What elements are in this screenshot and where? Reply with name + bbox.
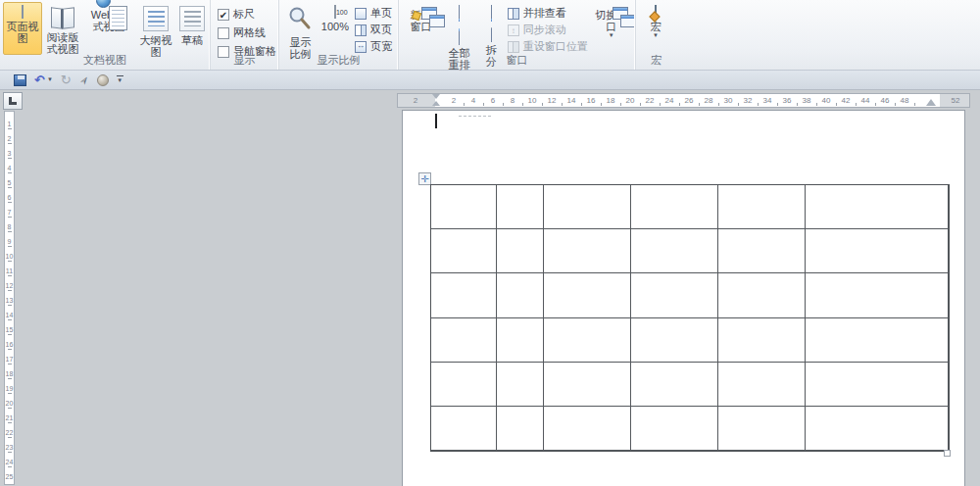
table-cell[interactable]: [806, 363, 949, 407]
select-pointer-button[interactable]: ➢: [79, 73, 89, 88]
table-cell[interactable]: [631, 407, 718, 451]
chevron-down-icon: ▼: [117, 77, 122, 84]
button-arrange-all[interactable]: 全部重排: [440, 2, 478, 55]
table[interactable]: [430, 184, 950, 452]
button-switch-windows[interactable]: 切换窗口 ▼: [591, 2, 632, 55]
ruler-tick: [8, 143, 12, 144]
table-cell[interactable]: [544, 318, 631, 363]
button-reset-window-position[interactable]: 重设窗口位置: [505, 39, 591, 54]
button-page-width[interactable]: 页宽: [352, 39, 395, 54]
table-cell[interactable]: [631, 363, 718, 407]
table-cell[interactable]: [497, 407, 544, 451]
table-cell[interactable]: [718, 229, 806, 273]
ruler-number: 10: [528, 96, 537, 105]
table-cell[interactable]: [544, 185, 631, 229]
table-cell[interactable]: [718, 363, 806, 407]
undo-dropdown-icon[interactable]: ▼: [47, 76, 53, 83]
table-cell[interactable]: [806, 407, 949, 451]
ruler-number: 12: [548, 96, 557, 105]
button-two-pages[interactable]: 双页: [352, 23, 395, 37]
table-cell[interactable]: [544, 407, 631, 451]
button-print-layout-view[interactable]: 页面视图: [3, 2, 42, 55]
checkbox-label: 标尺: [233, 7, 255, 22]
draft-view-icon: [179, 6, 205, 31]
ruler-tick: [777, 103, 778, 106]
table-cell[interactable]: [631, 185, 718, 229]
table-cell[interactable]: [718, 318, 806, 363]
table-cell[interactable]: [631, 318, 718, 363]
ruler-number: 42: [842, 96, 851, 105]
button-macros[interactable]: 宏 ▼: [639, 2, 672, 55]
button-one-page[interactable]: 单页: [352, 6, 395, 21]
table-cell[interactable]: [806, 318, 949, 363]
checkbox-gridlines[interactable]: 网格线: [218, 25, 276, 40]
table-cell[interactable]: [718, 273, 806, 317]
button-zoom[interactable]: 显示比例: [282, 2, 318, 55]
table-cell[interactable]: [544, 363, 631, 407]
save-button[interactable]: [14, 73, 26, 88]
ruler-margin-number: 2: [414, 96, 417, 105]
ruler-tick: [8, 290, 12, 291]
document-page[interactable]: ✛: [402, 110, 965, 486]
button-full-screen-reading-view[interactable]: 阅读版式视图: [42, 2, 83, 55]
zoom-100-icon: 100: [334, 6, 336, 18]
redo-button-disabled[interactable]: ↻: [61, 73, 72, 88]
horizontal-ruler[interactable]: 2 52 24681012141618202224262830323436384…: [397, 93, 970, 108]
table-cell[interactable]: [431, 185, 497, 229]
table-cell[interactable]: [497, 185, 544, 229]
table-cell[interactable]: [431, 273, 497, 317]
ruler-number: 1: [5, 121, 14, 127]
table-cell[interactable]: [544, 273, 631, 317]
table-cell[interactable]: [806, 185, 949, 229]
button-view-side-by-side[interactable]: 并排查看: [505, 6, 591, 21]
ruler-number: 18: [5, 370, 14, 377]
table-cell[interactable]: [631, 229, 718, 273]
table-cell[interactable]: [497, 318, 544, 363]
table-cell[interactable]: [718, 185, 806, 229]
table-cell[interactable]: [431, 363, 497, 407]
gridlines-checkbox-box[interactable]: [218, 27, 229, 39]
ruler-margin-number: 52: [952, 96, 960, 105]
ruler-tick: [8, 202, 12, 203]
ruler-tick: [718, 103, 719, 106]
ruler-tick: [679, 103, 680, 106]
button-zoom-100[interactable]: 100 100%: [318, 2, 352, 55]
right-indent-marker[interactable]: [926, 99, 936, 106]
ruler-checkbox-box[interactable]: ✔: [218, 9, 229, 21]
table-cell[interactable]: [544, 229, 631, 273]
group-label-document-views: 文档视图: [0, 53, 210, 68]
ruler-tick: [8, 246, 12, 247]
table-cell[interactable]: [631, 273, 718, 317]
button-new-window[interactable]: 新建窗口: [402, 2, 440, 55]
customize-qat-button[interactable]: ▼: [117, 73, 123, 88]
table-cell[interactable]: [497, 363, 544, 407]
table-resize-handle[interactable]: [944, 450, 951, 457]
table-cell[interactable]: [431, 407, 497, 451]
button-web-layout-view[interactable]: Web 版式视图: [83, 2, 134, 55]
outline-view-icon: [143, 6, 169, 31]
tab-stop-selector[interactable]: [3, 92, 23, 110]
checkbox-ruler[interactable]: ✔ 标尺: [218, 7, 276, 22]
indent-markers[interactable]: [432, 94, 441, 107]
addin-button[interactable]: [97, 73, 109, 88]
table-cell[interactable]: [497, 229, 544, 273]
button-draft-view[interactable]: 草稿: [177, 2, 207, 55]
table-cell[interactable]: [431, 229, 497, 273]
sync-scrolling-icon: ↕: [508, 24, 519, 36]
table-cell[interactable]: [431, 318, 497, 363]
undo-button[interactable]: ↶ ▼: [34, 73, 53, 88]
table-cell[interactable]: [806, 229, 949, 273]
macros-icon: [655, 6, 657, 18]
button-split[interactable]: 拆分: [478, 2, 505, 55]
button-outline-view[interactable]: 大纲视图: [134, 2, 177, 55]
table-cell[interactable]: [718, 407, 806, 451]
left-tab-icon: [9, 97, 17, 105]
split-icon: [491, 6, 492, 41]
vertical-ruler[interactable]: 1234567891011121314151617181920212223242…: [4, 111, 15, 485]
ruler-number: 8: [5, 223, 14, 230]
table-cell[interactable]: [497, 273, 544, 317]
button-synchronous-scrolling[interactable]: ↕ 同步滚动: [505, 23, 591, 37]
reading-view-icon: [51, 6, 74, 28]
ruler-tick: [836, 103, 837, 106]
table-cell[interactable]: [806, 273, 949, 317]
